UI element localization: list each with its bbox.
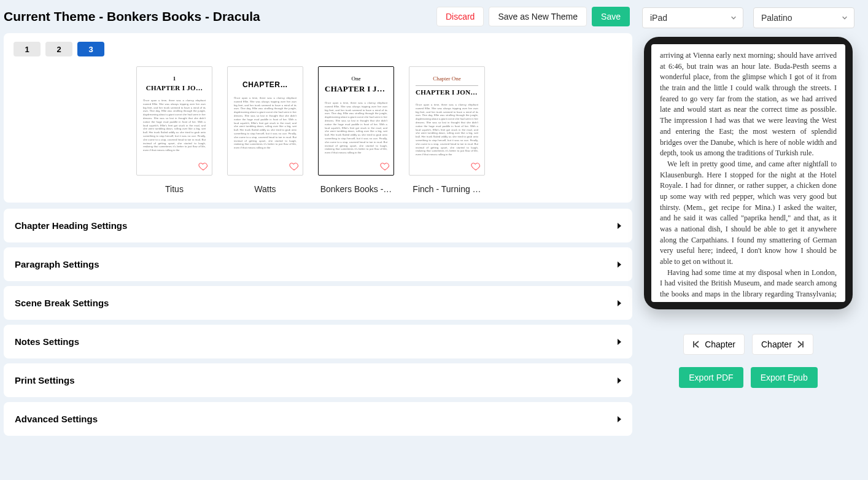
export-pdf-button[interactable]: Export PDF	[679, 367, 743, 388]
heart-icon	[289, 161, 299, 171]
thumb-chapter-number: 1	[173, 75, 176, 82]
next-chapter-button[interactable]: Chapter	[752, 334, 813, 355]
export-epub-button[interactable]: Export Epub	[751, 367, 818, 388]
thumb-body: Once upon a time, there was a clumsy ele…	[416, 103, 478, 170]
settings-section-title: Print Settings	[15, 375, 618, 385]
device-select-value: iPad	[650, 13, 667, 23]
prev-chapter-label: Chapter	[705, 339, 735, 349]
next-chapter-label: Chapter	[761, 339, 792, 349]
discard-button[interactable]: Discard	[436, 7, 484, 26]
settings-section[interactable]: Print Settings	[4, 363, 632, 397]
preview-panel: iPad Palatino arriving at Vienna early n…	[632, 0, 868, 480]
caret-right-icon	[618, 377, 621, 384]
theme-item: OneCHAPTER I JON…Once upon a time, there…	[318, 66, 394, 194]
heart-icon	[471, 161, 481, 171]
chapter-first-icon	[692, 341, 700, 348]
heart-icon	[198, 161, 208, 171]
settings-section-title: Advanced Settings	[15, 414, 618, 424]
theme-thumb[interactable]: Chapter OneCHAPTER I JONA…Once upon a ti…	[409, 66, 485, 176]
thumb-chapter-number: One	[352, 75, 361, 82]
thumb-chapter-title: CHAPTER I JONA…	[416, 88, 478, 96]
thumb-chapter-title: CHAPTER I JO…	[146, 84, 203, 91]
theme-label: Bonkers Books -…	[318, 184, 394, 194]
settings-section[interactable]: Notes Settings	[4, 325, 632, 358]
page-tab-1[interactable]: 1	[14, 42, 41, 56]
theme-label: Titus	[136, 184, 212, 194]
theme-item: CHAPTER…Once upon a time, there was a cl…	[227, 66, 303, 194]
font-select-value: Palatino	[761, 13, 792, 23]
save-button[interactable]: Save	[592, 7, 630, 26]
chevron-down-icon	[842, 15, 848, 21]
prev-chapter-button[interactable]: Chapter	[683, 334, 745, 355]
settings-section[interactable]: Scene Break Settings	[4, 286, 632, 320]
chevron-down-icon	[730, 15, 737, 21]
thumb-body: Once upon a time, there was a clumsy ele…	[325, 101, 387, 170]
thumb-chapter-title: CHAPTER…	[242, 80, 288, 89]
theme-row: 1CHAPTER I JO…Once upon a time, there wa…	[14, 65, 622, 194]
theme-thumb[interactable]: OneCHAPTER I JON…Once upon a time, there…	[318, 66, 394, 176]
settings-section[interactable]: Advanced Settings	[4, 402, 632, 436]
ipad-frame: arriving at Vienna early next morning; s…	[644, 37, 853, 309]
header: Current Theme - Bonkers Books - Dracula …	[4, 4, 632, 33]
heart-icon	[380, 161, 390, 171]
theme-item: Chapter OneCHAPTER I JONA…Once upon a ti…	[409, 66, 485, 194]
caret-right-icon	[618, 339, 621, 345]
settings-section-title: Chapter Heading Settings	[15, 220, 618, 231]
caret-right-icon	[618, 223, 621, 229]
thumb-body: Once upon a time, there was a clumsy ele…	[143, 99, 206, 170]
settings-section[interactable]: Paragraph Settings	[4, 247, 632, 281]
page-tabs: 123	[14, 42, 622, 56]
page-title: Current Theme - Bonkers Books - Dracula	[4, 9, 260, 24]
theme-thumb[interactable]: 1CHAPTER I JO…Once upon a time, there wa…	[136, 66, 212, 176]
theme-label: Watts	[227, 184, 303, 194]
caret-right-icon	[618, 300, 621, 306]
page-tab-3[interactable]: 3	[77, 42, 104, 56]
preview-paragraph: We left in pretty good time, and came af…	[660, 159, 837, 268]
theme-picker-card: 123 1CHAPTER I JO…Once upon a time, ther…	[4, 33, 632, 203]
settings-stack: Chapter Heading SettingsParagraph Settin…	[4, 209, 632, 436]
thumb-chapter-number: Chapter One	[433, 75, 461, 82]
device-select[interactable]: iPad	[642, 7, 743, 28]
font-select[interactable]: Palatino	[753, 7, 854, 28]
thumb-body: Once upon a time, there was a clumsy ele…	[234, 96, 296, 170]
settings-section-title: Scene Break Settings	[15, 298, 618, 308]
settings-section-title: Notes Settings	[15, 336, 618, 347]
settings-section[interactable]: Chapter Heading Settings	[4, 209, 632, 242]
page-tab-2[interactable]: 2	[45, 42, 72, 56]
caret-right-icon	[618, 416, 621, 422]
settings-section-title: Paragraph Settings	[15, 259, 618, 269]
preview-paragraph: arriving at Vienna early next morning; s…	[660, 50, 837, 159]
theme-item: 1CHAPTER I JO…Once upon a time, there wa…	[136, 66, 212, 194]
preview-paragraph: Having had some time at my disposal when…	[660, 268, 837, 302]
theme-label: Finch - Turning …	[409, 184, 485, 194]
thumb-rule	[416, 85, 478, 86]
thumb-chapter-title: CHAPTER I JON…	[325, 84, 387, 94]
caret-right-icon	[618, 261, 621, 268]
ipad-screen: arriving at Vienna early next morning; s…	[651, 44, 845, 302]
save-as-new-theme-button[interactable]: Save as New Theme	[489, 7, 587, 26]
theme-thumb[interactable]: CHAPTER…Once upon a time, there was a cl…	[227, 66, 303, 176]
chapter-last-icon	[797, 341, 804, 348]
